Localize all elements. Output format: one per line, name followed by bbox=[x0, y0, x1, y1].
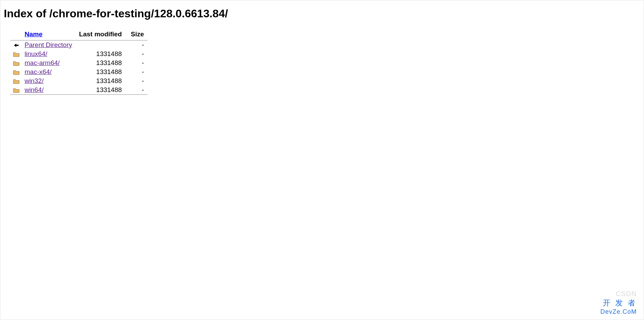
watermark-csdn: CSDN bbox=[600, 290, 637, 298]
header-modified: Last modified bbox=[75, 28, 127, 40]
table-row: win32/ 1331488 - bbox=[10, 76, 147, 85]
watermark: CSDN 开 发 者 DevZe.CoM bbox=[600, 290, 637, 316]
folder-icon bbox=[10, 76, 21, 85]
back-icon bbox=[10, 40, 21, 49]
modified-cell: 1331488 bbox=[75, 49, 127, 58]
modified-cell: 1331488 bbox=[75, 58, 127, 67]
watermark-url: DevZe.CoM bbox=[600, 308, 637, 316]
folder-icon bbox=[10, 58, 21, 67]
watermark-title: 开 发 者 bbox=[600, 298, 637, 308]
directory-listing: Name Last modified Size Parent Directory… bbox=[10, 28, 147, 95]
size-cell: - bbox=[127, 85, 147, 94]
size-cell: - bbox=[127, 58, 147, 67]
divider bbox=[10, 94, 147, 95]
folder-icon bbox=[10, 67, 21, 76]
size-cell: - bbox=[127, 40, 147, 49]
folder-icon bbox=[10, 49, 21, 58]
table-row: mac-x64/ 1331488 - bbox=[10, 67, 147, 76]
folder-icon bbox=[10, 85, 21, 94]
page-title: Index of /chrome-for-testing/128.0.6613.… bbox=[4, 7, 640, 20]
table-row: win64/ 1331488 - bbox=[10, 85, 147, 94]
parent-directory-link[interactable]: Parent Directory bbox=[25, 41, 72, 48]
sort-name-link[interactable]: Name bbox=[25, 30, 43, 38]
modified-cell bbox=[75, 40, 127, 49]
directory-link[interactable]: win64/ bbox=[25, 86, 44, 93]
directory-link[interactable]: mac-arm64/ bbox=[25, 59, 60, 66]
size-cell: - bbox=[127, 49, 147, 58]
table-row: linux64/ 1331488 - bbox=[10, 49, 147, 58]
directory-link[interactable]: linux64/ bbox=[25, 50, 47, 57]
header-size: Size bbox=[127, 28, 147, 40]
modified-cell: 1331488 bbox=[75, 76, 127, 85]
modified-cell: 1331488 bbox=[75, 67, 127, 76]
table-row: mac-arm64/ 1331488 - bbox=[10, 58, 147, 67]
modified-cell: 1331488 bbox=[75, 85, 127, 94]
size-cell: - bbox=[127, 67, 147, 76]
directory-link[interactable]: mac-x64/ bbox=[25, 68, 52, 75]
size-cell: - bbox=[127, 76, 147, 85]
table-row: Parent Directory - bbox=[10, 40, 147, 49]
directory-link[interactable]: win32/ bbox=[25, 77, 44, 84]
